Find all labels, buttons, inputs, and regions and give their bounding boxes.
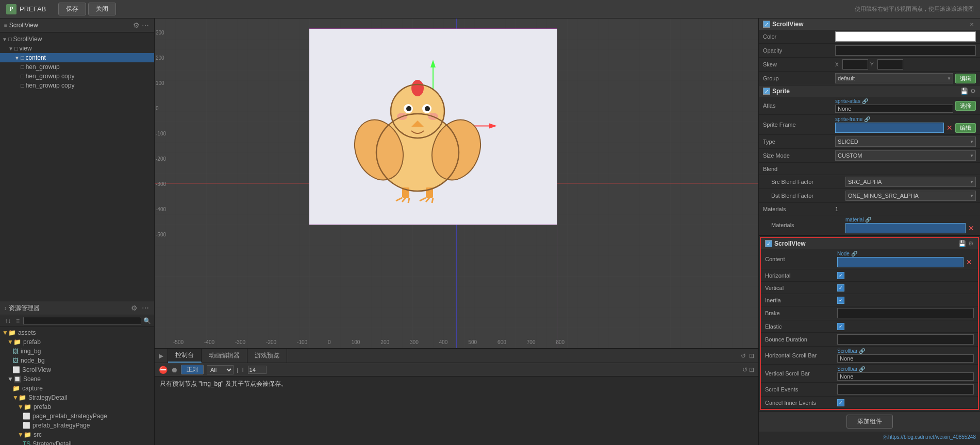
blend-row: Blend: [759, 163, 980, 175]
h-scroll-bar-row: Horizontal Scroll Bar Scrollbar 🔗: [761, 347, 978, 365]
content-input[interactable]: content: [837, 257, 964, 267]
scrollview-save-icon[interactable]: 💾: [958, 240, 966, 247]
assets-settings-icon[interactable]: ⚙: [129, 303, 139, 313]
asset-item-scene[interactable]: ▼ 🔲 Scene: [0, 374, 154, 384]
h-scrollbar-link[interactable]: Scrollbar 🔗: [837, 348, 974, 354]
asset-item-prefab[interactable]: ▼ 📁 prefab: [0, 337, 154, 347]
vertical-checkbox[interactable]: ✓: [837, 284, 844, 292]
bounce-duration-input[interactable]: 1: [837, 334, 974, 345]
content-delete-icon[interactable]: ✕: [965, 258, 974, 266]
asset-item-prefab-strat[interactable]: ⬜ prefab_strategyPage: [0, 421, 154, 430]
sprite-frame-delete-icon[interactable]: ✕: [945, 124, 954, 132]
asset-item-node-bg[interactable]: 🖼 node_bg: [0, 356, 154, 365]
group-edit-button[interactable]: 编辑: [955, 74, 976, 83]
hierarchy-item-hen1[interactable]: □ hen_growup: [0, 62, 154, 72]
add-component-button[interactable]: 添加组件: [846, 415, 893, 429]
hierarchy-item-hen2[interactable]: □ hen_growup copy: [0, 72, 154, 81]
material-link[interactable]: material 🔗: [845, 217, 976, 222]
sprite-frame-link[interactable]: sprite-frame 🔗: [835, 116, 976, 122]
asset-label: prefab: [34, 403, 51, 410]
sprite-header[interactable]: ✓ Sprite 💾 ⚙: [759, 85, 980, 97]
sort-button[interactable]: ↑↓: [3, 317, 12, 325]
src-blend-select[interactable]: SRC_ALPHA ONE ZERO: [845, 177, 976, 187]
asset-item-assets[interactable]: ▼ 📁 assets: [0, 328, 154, 337]
content-node-link[interactable]: Node 🔗: [837, 251, 974, 256]
assets-more-icon[interactable]: ⋯: [141, 303, 150, 313]
elastic-checkbox[interactable]: ✓: [837, 323, 844, 330]
panel-maximize-icon[interactable]: ⊡: [749, 366, 754, 373]
size-mode-select[interactable]: CUSTOM TRIMMED RAW: [835, 150, 976, 161]
opacity-input[interactable]: 255: [835, 45, 976, 56]
console-tab[interactable]: 控制台: [168, 349, 202, 363]
scrollview-component-header[interactable]: ✓ ScrollView 💾 ⚙: [761, 238, 978, 249]
top-bar: P PREFAB 保存 关闭 使用鼠标右键平移视图画点，使用滚滚滚滚视图: [0, 0, 980, 19]
x-label-100: 100: [352, 339, 360, 345]
hierarchy-item-view[interactable]: ▼ □ view: [0, 44, 154, 53]
skew-xy: X 0 Y 0: [835, 59, 976, 70]
dst-blend-select-wrapper: ONE_MINUS_SRC_ALPHA ONE ZERO: [845, 191, 976, 201]
sprite-checkbox[interactable]: ✓: [763, 88, 770, 95]
atlas-input[interactable]: [835, 105, 953, 113]
scroll-events-input[interactable]: 0: [837, 384, 974, 395]
preview-tab[interactable]: 游戏预览: [247, 349, 287, 363]
h-scrollbar-input[interactable]: [837, 354, 974, 363]
animation-tab[interactable]: 动画编辑器: [202, 349, 247, 363]
asset-item-prefab2[interactable]: ▼ 📁 prefab: [0, 402, 154, 412]
asset-item-scrollview[interactable]: ⬜ ScrollView: [0, 365, 154, 374]
skew-row: Skew X 0 Y 0: [759, 58, 980, 72]
scrollview-component-checkbox[interactable]: ✓: [765, 240, 772, 247]
group-select[interactable]: default: [835, 73, 953, 83]
filter-button[interactable]: ≡: [14, 317, 21, 325]
maximize-icon[interactable]: ⊡: [749, 352, 754, 360]
materials-input[interactable]: builtin-2d-sprite: [845, 223, 966, 233]
content-value: Node 🔗 content ✕: [837, 251, 974, 267]
dst-blend-select[interactable]: ONE_MINUS_SRC_ALPHA ONE ZERO: [845, 191, 976, 201]
close-button[interactable]: 关闭: [88, 3, 116, 15]
font-size-input[interactable]: [248, 366, 267, 374]
asset-item-strategydetail-ts[interactable]: TS StrategyDetail: [0, 439, 154, 445]
hierarchy-item-scrollview[interactable]: ▼ □ ScrollView: [0, 35, 154, 44]
sprite-settings-icon[interactable]: ⚙: [970, 88, 976, 95]
asset-item-img-bg[interactable]: 🖼 img_bg: [0, 347, 154, 356]
color-picker[interactable]: [835, 31, 976, 42]
sprite-frame-input[interactable]: default_panel: [835, 123, 944, 133]
save-button[interactable]: 保存: [58, 3, 86, 15]
atlas-select-button[interactable]: 选择: [955, 101, 976, 111]
asset-item-src[interactable]: ▼ 📁 src: [0, 430, 154, 439]
hierarchy-title: ScrollView: [9, 22, 131, 29]
asset-item-strategydetail-folder[interactable]: ▼ 📁 StrategyDetail: [0, 393, 154, 402]
reset-icon[interactable]: ↺: [741, 352, 746, 360]
stop-icon[interactable]: ⛔: [159, 366, 168, 374]
asset-item-page-prefab[interactable]: ⬜ page_prefab_strategyPage: [0, 412, 154, 421]
asset-item-capture[interactable]: 📁 capture: [0, 384, 154, 393]
scrollview-settings-icon[interactable]: ⚙: [968, 240, 974, 247]
hierarchy-item-hen3[interactable]: □ hen_growup copy: [0, 81, 154, 90]
record-icon[interactable]: ⏺: [171, 366, 178, 374]
search-icon[interactable]: 🔍: [143, 317, 151, 324]
normal-button[interactable]: 正则: [181, 365, 204, 374]
atlas-link[interactable]: sprite-atlas 🔗: [835, 98, 953, 104]
scrollview-checkbox[interactable]: ✓: [763, 21, 770, 28]
inertia-checkbox[interactable]: ✓: [837, 297, 844, 304]
sprite-frame-edit-button[interactable]: 编辑: [955, 123, 976, 133]
hierarchy-more-icon[interactable]: ⋯: [141, 21, 150, 30]
skew-y-input[interactable]: 0: [877, 59, 903, 70]
panel-reset-icon[interactable]: ↺: [742, 366, 748, 373]
y-label-200: 200: [156, 55, 166, 61]
viewport-area[interactable]: 300 200 100 0 -100 -200 -300 -400 -500 -…: [155, 19, 758, 348]
hierarchy-item-content[interactable]: ▼ □ content: [0, 53, 154, 62]
cancel-inner-checkbox[interactable]: ✓: [837, 399, 844, 406]
type-select[interactable]: SLICED SIMPLE TILED FILLED: [835, 136, 976, 147]
console-tab-icon[interactable]: ▶: [155, 349, 168, 363]
sprite-save-icon[interactable]: 💾: [960, 88, 968, 95]
materials-delete-icon[interactable]: ✕: [967, 224, 976, 232]
skew-x-input[interactable]: 0: [842, 59, 868, 70]
assets-search-input[interactable]: [23, 317, 141, 325]
v-scrollbar-input[interactable]: [837, 372, 974, 381]
close-icon[interactable]: ✕: [970, 22, 974, 27]
brake-input[interactable]: 0.5: [837, 308, 974, 318]
horizontal-checkbox[interactable]: ✓: [837, 272, 844, 279]
hierarchy-settings-icon[interactable]: ⚙: [131, 21, 141, 30]
log-level-select[interactable]: All Error Warn Info: [207, 365, 234, 374]
v-scrollbar-link[interactable]: Scrollbar 🔗: [837, 366, 974, 372]
